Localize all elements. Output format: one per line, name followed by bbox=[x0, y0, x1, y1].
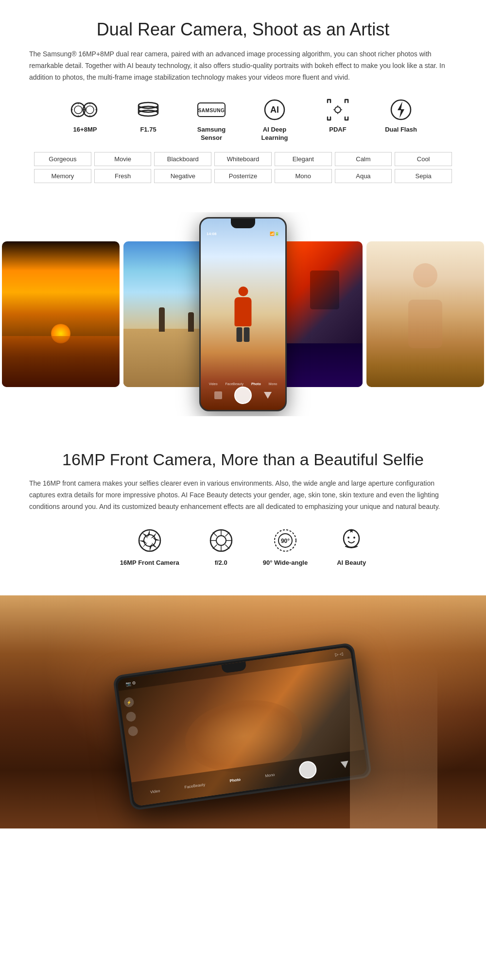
svg-point-3 bbox=[86, 106, 94, 114]
phone-showcase: 14:08 📶🔋 Video bbox=[0, 212, 486, 416]
front-feature-wide-label: 90° Wide-angle bbox=[263, 559, 308, 566]
camera-features-row: 16+8MP F1.75 SAMSUNG bbox=[29, 98, 457, 142]
svg-point-22 bbox=[216, 536, 226, 545]
filter-mono[interactable]: Mono bbox=[275, 169, 332, 183]
feature-samsung-label: SamsungSensor bbox=[197, 126, 226, 142]
phone-notch bbox=[231, 219, 255, 228]
svg-text:90°: 90° bbox=[281, 538, 290, 544]
front-feature-wide: 90° 90° Wide-angle bbox=[263, 527, 308, 566]
filter-memory[interactable]: Memory bbox=[34, 169, 91, 183]
face-beauty-icon bbox=[339, 527, 364, 554]
feature-samsung: SAMSUNG SamsungSensor bbox=[190, 98, 233, 142]
svg-line-28 bbox=[225, 545, 229, 549]
front-camera-features-row: 16MP Front Camera f/2.0 bbox=[29, 527, 457, 566]
front-feature-f2-label: f/2.0 bbox=[215, 559, 227, 566]
feature-dual-flash: Dual Flash bbox=[379, 98, 423, 142]
flash-circle-icon bbox=[390, 98, 412, 122]
svg-line-29 bbox=[225, 532, 229, 537]
filter-movie[interactable]: Movie bbox=[94, 152, 152, 166]
aperture-dual-icon bbox=[70, 98, 100, 122]
camera-shutter-icon bbox=[137, 527, 162, 554]
svg-point-34 bbox=[344, 530, 359, 547]
section2-title: 16MP Front Camera, More than a Beautiful… bbox=[29, 450, 457, 469]
svg-point-1 bbox=[74, 106, 82, 114]
feature-ai: AI AI DeepLearning bbox=[253, 98, 296, 142]
svg-text:SAMSUNG: SAMSUNG bbox=[198, 108, 225, 113]
feature-pdaf: PDAF bbox=[316, 98, 360, 142]
dual-rear-camera-section: Dual Rear Camera, Shoot as an Artist The… bbox=[0, 0, 486, 203]
feature-aperture: F1.75 bbox=[126, 98, 170, 142]
phone-body: 14:08 📶🔋 Video bbox=[199, 217, 287, 411]
svg-text:AI: AI bbox=[270, 105, 279, 115]
samsung-logo-icon: SAMSUNG bbox=[197, 98, 226, 122]
wide-angle-badge-icon: 90° bbox=[272, 527, 299, 554]
front-feature-f2: f/2.0 bbox=[208, 527, 234, 566]
photo-portrait bbox=[366, 241, 484, 387]
filter-blackboard[interactable]: Blackboard bbox=[154, 152, 211, 166]
feature-ai-label: AI DeepLearning bbox=[261, 126, 288, 142]
filter-calm[interactable]: Calm bbox=[335, 152, 392, 166]
feature-megapixels-label: 16+8MP bbox=[73, 126, 97, 134]
selfie-photo-section: 📷 ⚙ ▷ ◁ Video FaceBeauty Photo Mono bbox=[0, 595, 486, 828]
filter-negative[interactable]: Negative bbox=[154, 169, 211, 183]
front-feature-ai-beauty: AI Beauty bbox=[337, 527, 366, 566]
filter-whiteboard[interactable]: Whiteboard bbox=[214, 152, 272, 166]
svg-point-13 bbox=[335, 107, 341, 113]
front-feature-ai-beauty-label: AI Beauty bbox=[337, 559, 366, 566]
aperture-stack-icon bbox=[137, 98, 159, 122]
filter-sepia[interactable]: Sepia bbox=[395, 169, 452, 183]
front-feature-16mp-label: 16MP Front Camera bbox=[120, 559, 179, 566]
selfie-phone-screen: 📷 ⚙ ▷ ◁ Video FaceBeauty Photo Mono bbox=[117, 646, 368, 806]
photo-sunset bbox=[2, 241, 120, 387]
front-camera-section: 16MP Front Camera, More than a Beautiful… bbox=[0, 426, 486, 595]
center-phone: 14:08 📶🔋 Video bbox=[199, 217, 287, 411]
photo-strip: 14:08 📶🔋 Video bbox=[0, 222, 486, 406]
feature-dual-flash-label: Dual Flash bbox=[385, 126, 417, 134]
ai-badge-icon: AI bbox=[263, 98, 286, 122]
svg-line-27 bbox=[213, 532, 217, 537]
section1-description: The Samsung® 16MP+8MP dual rear camera, … bbox=[29, 49, 457, 83]
filter-tags-grid: Gorgeous Movie Blackboard Whiteboard Ele… bbox=[29, 152, 457, 183]
filter-cool[interactable]: Cool bbox=[395, 152, 452, 166]
aperture-open-icon bbox=[208, 527, 234, 554]
filter-posterrize[interactable]: Posterrize bbox=[214, 169, 272, 183]
svg-point-36 bbox=[353, 537, 355, 539]
feature-aperture-label: F1.75 bbox=[140, 126, 156, 134]
phone-screen: 14:08 📶🔋 Video bbox=[201, 219, 285, 410]
feature-pdaf-label: PDAF bbox=[329, 126, 346, 134]
pdaf-frame-icon bbox=[327, 98, 349, 122]
svg-point-35 bbox=[347, 537, 349, 539]
feature-megapixels: 16+8MP bbox=[63, 98, 107, 142]
svg-point-6 bbox=[139, 110, 158, 116]
hand-holding-phone bbox=[350, 663, 437, 828]
filter-gorgeous[interactable]: Gorgeous bbox=[34, 152, 91, 166]
section2-description: The 16MP front camera makes your selfies… bbox=[29, 478, 457, 512]
svg-line-30 bbox=[213, 545, 217, 549]
front-feature-16mp: 16MP Front Camera bbox=[120, 527, 179, 566]
filter-elegant[interactable]: Elegant bbox=[275, 152, 332, 166]
section1-title: Dual Rear Camera, Shoot as an Artist bbox=[29, 19, 457, 40]
filter-fresh[interactable]: Fresh bbox=[94, 169, 152, 183]
filter-aqua[interactable]: Aqua bbox=[335, 169, 392, 183]
